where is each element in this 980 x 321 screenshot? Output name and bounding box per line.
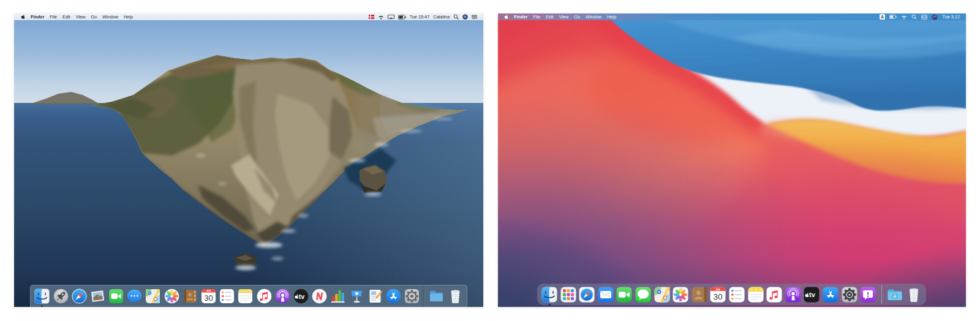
svg-text:JUN: JUN [716,288,721,290]
svg-text:tv: tv [299,293,304,300]
svg-text:30: 30 [204,293,213,303]
svg-text:A: A [881,15,884,19]
svg-text:tv: tv [809,291,816,298]
svg-text:JUN: JUN [206,290,211,292]
svg-text:30: 30 [714,292,723,301]
